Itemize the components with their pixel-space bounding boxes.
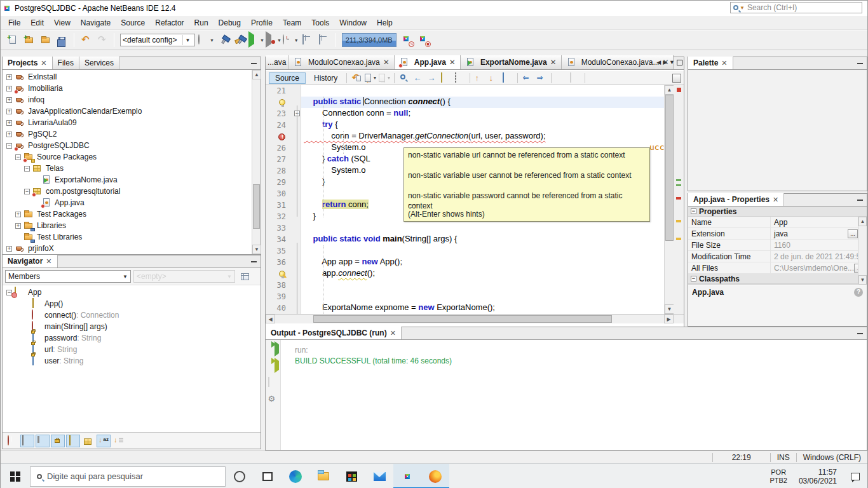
error-stripe[interactable] (674, 85, 684, 314)
members-view-combobox[interactable]: Members▼ (5, 270, 131, 283)
clean-and-build-project-button[interactable] (232, 32, 247, 48)
tree-item-app-java[interactable]: App.java (3, 197, 261, 208)
new-file-button[interactable]: + (5, 32, 20, 48)
dropdown-arrow-icon[interactable]: ▼ (260, 38, 264, 43)
code-line-23[interactable]: Connection conn = null; (301, 108, 664, 119)
dropdown-arrow-icon[interactable]: ▼ (372, 76, 377, 80)
profiler-clock-cube-button[interactable]: ◷ (400, 32, 415, 48)
code-line-38[interactable] (301, 280, 664, 291)
tab-properties[interactable]: App.java - Properties ✕ (688, 193, 784, 206)
tab-navigator[interactable]: Navigator ✕ (3, 255, 58, 268)
tree-item-infoq[interactable]: +infoq (3, 94, 261, 105)
show-inherited-members-button[interactable] (5, 435, 19, 447)
uncomment-button[interactable] (602, 72, 615, 84)
expand-icon[interactable]: + (15, 223, 21, 229)
toggle-bookmark-button[interactable] (501, 72, 514, 84)
show-non-public-button[interactable] (51, 435, 65, 447)
scroll-down-icon[interactable]: ▼ (858, 275, 867, 285)
warning-hint-icon[interactable] (279, 271, 285, 277)
close-icon[interactable]: ✕ (41, 59, 46, 67)
search-dropdown-icon[interactable]: ▼ (740, 5, 745, 11)
error-stripe-mark[interactable] (676, 197, 681, 200)
menu-window[interactable]: Window (334, 17, 372, 29)
save-all-button[interactable] (55, 32, 70, 48)
expand-icon[interactable]: + (6, 97, 12, 103)
code-line-36[interactable]: App app = new App(); (301, 257, 664, 268)
tree-item-javaapplicationcalendarexemplo[interactable]: +JavaApplicationCalendarExemplo (3, 105, 261, 117)
debug-project-button[interactable]: ▼ (266, 32, 281, 48)
find-previous-occurrence-button[interactable]: ← (412, 72, 424, 84)
tree-item-pgsql2[interactable]: +PgSQL2 (3, 128, 261, 140)
scroll-thumb[interactable] (313, 315, 612, 323)
tab-close-icon[interactable]: ✕ (449, 58, 456, 67)
dropdown-arrow-icon[interactable]: ▼ (210, 38, 214, 43)
output-console[interactable]: run:BUILD SUCCESSFUL (total time: 46 sec… (281, 340, 452, 450)
tab-list-dropdown-icon[interactable]: ▼ (669, 59, 675, 65)
show-static-members-button[interactable] (66, 435, 80, 447)
navigator-item-url[interactable]: url : String (3, 344, 261, 355)
expand-icon[interactable]: + (6, 109, 12, 114)
minimize-panel-button[interactable] (855, 60, 864, 67)
expand-icon[interactable]: + (6, 246, 12, 252)
properties-section-header[interactable]: − Properties (688, 207, 867, 217)
code-line-21[interactable] (301, 85, 664, 97)
tab-files[interactable]: Files (53, 57, 79, 69)
projects-scrollbar[interactable]: ▲ ▼ (252, 70, 261, 254)
error-stripe-mark[interactable] (676, 238, 681, 240)
profile-project-button[interactable]: ▼ (283, 32, 299, 48)
menu-refactor[interactable]: Refactor (150, 17, 189, 29)
code-line-33[interactable] (301, 222, 664, 234)
menu-debug[interactable]: Debug (214, 17, 246, 29)
editor-vertical-scrollbar[interactable]: ▲ ▼ (664, 85, 674, 314)
editor-tab-exportanome-java[interactable]: ExportaNome.java✕ (461, 55, 562, 69)
run-project-button[interactable]: ▼ (248, 32, 264, 48)
editor-horizontal-scrollbar[interactable]: ◀ ▶ (266, 314, 684, 323)
open-project-button[interactable] (38, 32, 53, 48)
tab-close-icon[interactable]: ✕ (550, 58, 557, 67)
navigator-item-main-string-args-[interactable]: main(String[] args) (3, 321, 261, 332)
history-view-button[interactable]: History (308, 72, 344, 84)
set-main-project-button[interactable]: ▼ (198, 32, 214, 48)
profiler-telemetry-button[interactable] (300, 32, 315, 48)
scroll-left-icon[interactable]: ◀ (266, 315, 275, 323)
start-button[interactable] (1, 464, 30, 488)
show-bean-patterns-button[interactable] (36, 435, 50, 447)
quick-search-box[interactable]: ▼ Search (Ctrl+I) (730, 2, 862, 13)
taskbar-app-cortana[interactable] (226, 464, 254, 488)
split-editor-icon[interactable] (672, 74, 681, 83)
expand-icon[interactable]: + (6, 132, 12, 137)
taskbar-app-firefox[interactable] (421, 464, 449, 488)
menu-team[interactable]: Team (278, 17, 306, 29)
code-line-22[interactable]: public static Connection connect() { (301, 97, 664, 108)
scroll-down-icon[interactable]: ▼ (665, 304, 674, 314)
navigator-item-app[interactable]: −App (3, 287, 261, 298)
profiler-stop-cube-button[interactable]: ■ (416, 32, 431, 48)
property-row-modification-time[interactable]: Modification Time2 de jun. de 2021 21:49… (688, 251, 867, 262)
shift-line-right-button[interactable]: ⇒ (535, 72, 548, 84)
find-next-occurrence-button[interactable]: → (426, 72, 438, 84)
menu-navigate[interactable]: Navigate (76, 17, 116, 29)
scroll-tabs-right-icon[interactable]: ▶ (663, 59, 667, 65)
property-row-file-size[interactable]: File Size1160 (688, 240, 867, 251)
build-project-button[interactable] (215, 32, 231, 48)
rerun-with-different-parameters-button[interactable] (268, 360, 279, 372)
error-stripe-mark[interactable] (676, 220, 681, 222)
code-line-34[interactable]: public static void main(String[] args) { (301, 234, 664, 245)
help-icon[interactable]: ? (854, 288, 863, 297)
tree-item-imobiliaria[interactable]: +Imobiliaria (3, 83, 261, 94)
error-stripe-mark[interactable] (677, 88, 681, 92)
editor-tab-moduloconexao-java[interactable]: ModuloConexao.java✕ (288, 55, 395, 69)
redo-button[interactable]: ↷ (95, 32, 110, 48)
tree-item-libraries[interactable]: +Libraries (3, 220, 261, 231)
tree-item-telas[interactable]: −Telas (3, 163, 261, 174)
code-line-25[interactable]: conn = DriverManager.getConnection(url, … (301, 131, 664, 142)
tab-output[interactable]: Output - PostgreSQLJDBC (run) ✕ (266, 327, 402, 339)
property-row-name[interactable]: NameApp (688, 217, 867, 228)
navigator-item-user[interactable]: user : String (3, 355, 261, 367)
navigator-item-connect-[interactable]: connect() : Connection (3, 309, 261, 321)
menu-source[interactable]: Source (116, 17, 150, 29)
collapse-icon[interactable]: − (691, 208, 696, 214)
menu-profile[interactable]: Profile (246, 17, 278, 29)
hint-lightbulb-icon[interactable] (279, 99, 285, 105)
taskbar-app-task-view[interactable] (254, 464, 281, 488)
